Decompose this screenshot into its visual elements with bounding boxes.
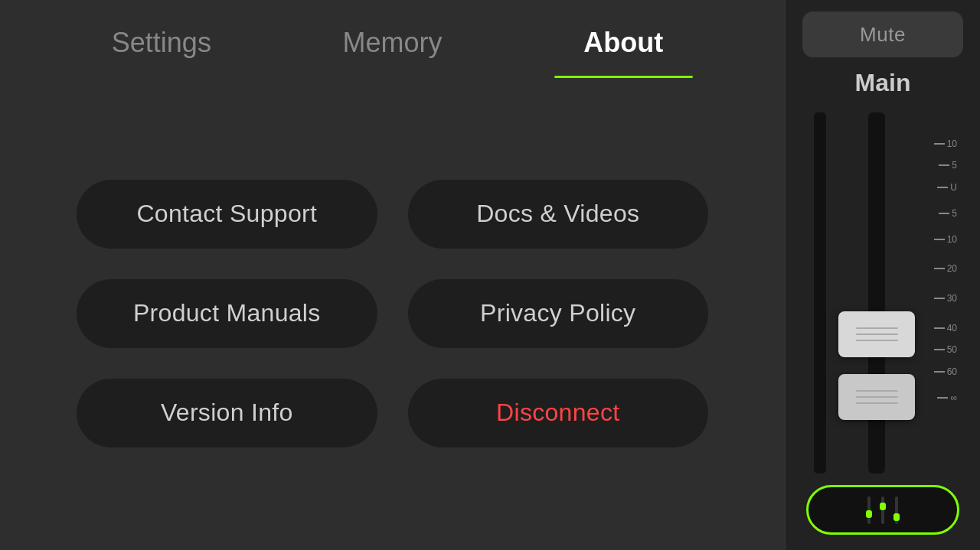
docs-videos-button[interactable]: Docs & Videos	[408, 180, 709, 249]
fader-handle-bottom[interactable]	[838, 374, 915, 420]
scale-mark-inf: ∞	[937, 392, 957, 403]
right-panel: Mute Main	[785, 0, 980, 550]
version-info-button[interactable]: Version Info	[77, 379, 377, 447]
scale-mark-50: 50	[934, 344, 957, 355]
tab-about[interactable]: About	[508, 0, 739, 92]
scale-wrapper: 10 5 U 5 10	[919, 109, 957, 477]
fader-area: 10 5 U 5 10	[808, 109, 957, 477]
tab-bar: Settings Memory About	[0, 0, 785, 92]
mute-button[interactable]: Mute	[802, 11, 963, 57]
svg-rect-3	[880, 503, 886, 510]
content-area: Contact Support Docs & Videos Product Ma…	[0, 92, 785, 550]
grip-line-5	[856, 396, 898, 398]
scale-mark-40: 40	[934, 323, 957, 334]
tab-about-underline	[554, 76, 693, 78]
scale-mark-60: 60	[934, 366, 957, 377]
scale-mark-20: 20	[934, 263, 957, 274]
scale-mark-5-top: 5	[939, 160, 957, 171]
fader-container	[835, 109, 919, 477]
button-row-1: Contact Support Docs & Videos	[77, 180, 708, 249]
contact-support-button[interactable]: Contact Support	[77, 180, 377, 249]
scale-mark-10-mid: 10	[934, 234, 957, 245]
tab-memory[interactable]: Memory	[277, 0, 508, 92]
scale-mark-10-top: 10	[934, 138, 957, 149]
product-manuals-button[interactable]: Product Manuals	[77, 279, 377, 348]
scale-mark-u: U	[937, 182, 957, 193]
eq-icon	[864, 496, 901, 524]
button-row-3: Version Info Disconnect	[77, 379, 708, 447]
svg-rect-1	[866, 510, 872, 518]
fader-handle-top[interactable]	[838, 311, 915, 357]
grip-line-1	[856, 327, 898, 329]
privacy-policy-button[interactable]: Privacy Policy	[408, 279, 709, 348]
scale-mark-30: 30	[934, 293, 957, 304]
grip-line-4	[856, 390, 898, 392]
main-panel: Settings Memory About Contact Support Do…	[0, 0, 785, 550]
tab-settings[interactable]: Settings	[46, 0, 277, 92]
button-row-2: Product Manuals Privacy Policy	[77, 279, 708, 348]
grip-line-3	[856, 340, 898, 341]
disconnect-button[interactable]: Disconnect	[408, 379, 709, 447]
svg-rect-5	[893, 513, 900, 521]
eq-button[interactable]	[806, 485, 959, 535]
main-label: Main	[855, 69, 911, 97]
grip-line-2	[856, 334, 898, 335]
grip-line-6	[856, 402, 898, 404]
scale-mark-5-mid: 5	[939, 208, 957, 219]
